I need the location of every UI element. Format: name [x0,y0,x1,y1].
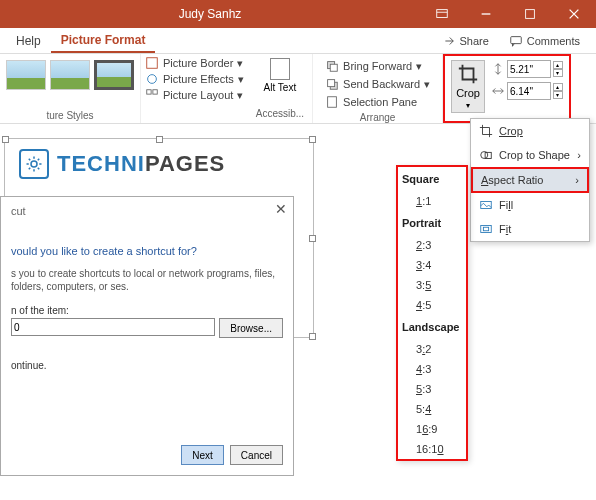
comments-button[interactable]: Comments [499,30,590,52]
menu-crop-to-shape[interactable]: Crop to Shape› [471,143,589,167]
svg-rect-3 [147,58,158,69]
chevron-right-icon: › [577,149,581,161]
chevron-down-icon: ▾ [466,101,470,110]
document-title: Judy Sanhz [0,7,420,21]
svg-rect-0 [437,10,448,18]
ratio-2-3[interactable]: 2:3 [398,235,466,255]
height-down[interactable]: ▾ [553,69,563,77]
ratio-16-10[interactable]: 16:10 [398,439,466,459]
ratio-3-5[interactable]: 3:5 [398,275,466,295]
height-input[interactable] [507,60,551,78]
cancel-button[interactable]: Cancel [230,445,283,465]
width-input[interactable] [507,82,551,100]
gear-icon [19,149,49,179]
title-bar: Judy Sanhz [0,0,596,28]
location-label: n of the item: [11,305,283,316]
width-icon [491,84,505,98]
crop-size-group: Crop ▾ ▴▾ ▴▾ [443,54,571,123]
svg-rect-16 [481,226,492,233]
picture-effects-button[interactable]: Picture Effects ▾ [145,72,244,86]
svg-rect-11 [328,97,337,108]
resize-handle[interactable] [309,136,316,143]
svg-rect-5 [147,90,151,94]
fill-icon [479,198,493,212]
menu-aspect-ratio[interactable]: Aspect Ratio› [471,167,589,193]
dialog-question: vould you like to create a shortcut for? [11,245,283,257]
style-preset-3[interactable] [94,60,134,90]
menu-bar: Help Picture Format Share Comments [0,28,596,54]
group-label-styles: ture Styles [6,110,134,121]
location-input[interactable] [11,318,215,336]
menu-fit[interactable]: Fit [471,217,589,241]
ratio-3-4[interactable]: 3:4 [398,255,466,275]
picture-border-button[interactable]: Picture Border ▾ [145,56,244,70]
dialog-description: s you to create shortcuts to local or ne… [11,267,283,293]
maximize-button[interactable] [508,0,552,28]
aspect-ratio-submenu: Square 1:1 Portrait 2:3 3:4 3:5 4:5 Land… [396,165,468,461]
next-button[interactable]: Next [181,445,224,465]
browse-button[interactable]: Browse... [219,318,283,338]
aspect-header-square: Square [398,167,466,191]
create-shortcut-dialog: ✕ cut vould you like to create a shortcu… [0,196,294,476]
svg-rect-15 [481,202,492,209]
send-backward-button[interactable]: Send Backward ▾ [321,76,434,92]
alt-text-icon [270,58,290,80]
ratio-1-1[interactable]: 1:1 [398,191,466,211]
resize-handle[interactable] [309,235,316,242]
bring-forward-button[interactable]: Bring Forward ▾ [321,58,434,74]
picture-styles-group: ture Styles [0,54,141,123]
close-button[interactable] [552,0,596,28]
technipages-logo: TECHNIPAGES [19,149,225,179]
svg-rect-10 [328,80,335,87]
svg-rect-8 [330,64,337,71]
svg-rect-17 [483,227,488,231]
fit-icon [479,222,493,236]
tab-picture-format[interactable]: Picture Format [51,29,156,53]
selection-pane-button[interactable]: Selection Pane [321,94,434,110]
resize-handle[interactable] [309,333,316,340]
width-up[interactable]: ▴ [553,83,563,91]
aspect-header-landscape: Landscape [398,315,466,339]
dialog-close-button[interactable]: ✕ [275,201,287,217]
ribbon-options-button[interactable] [420,0,464,28]
menu-fill[interactable]: Fill [471,193,589,217]
crop-dropdown-menu: Crop Crop to Shape› Aspect Ratio› Fill F… [470,118,590,242]
ratio-4-3[interactable]: 4:3 [398,359,466,379]
alt-text-button[interactable]: Alt Text [264,82,297,93]
minimize-button[interactable] [464,0,508,28]
resize-handle[interactable] [2,136,9,143]
menu-crop[interactable]: Crop [471,119,589,143]
picture-options: Picture Border ▾ Picture Effects ▾ Pictu… [141,54,248,123]
resize-handle[interactable] [156,136,163,143]
ratio-3-2[interactable]: 3:2 [398,339,466,359]
crop-icon [457,63,479,85]
height-icon [491,62,505,76]
arrange-group: Bring Forward ▾ Send Backward ▾ Selectio… [313,54,443,123]
alt-text-group: Alt Text Accessib... [248,54,313,123]
ratio-16-9[interactable]: 16:9 [398,419,466,439]
ratio-5-3[interactable]: 5:3 [398,379,466,399]
width-down[interactable]: ▾ [553,91,563,99]
crop-icon [479,124,493,138]
ratio-4-5[interactable]: 4:5 [398,295,466,315]
svg-point-4 [148,75,157,84]
ribbon: ture Styles Picture Border ▾ Picture Eff… [0,54,596,124]
style-preset-1[interactable] [6,60,46,90]
ratio-5-4[interactable]: 5:4 [398,399,466,419]
svg-point-12 [31,161,37,167]
continue-text: ontinue. [11,360,283,371]
crop-button[interactable]: Crop ▾ [451,60,485,113]
height-up[interactable]: ▴ [553,61,563,69]
dialog-fragment: cut [11,205,283,217]
svg-rect-2 [511,36,522,43]
chevron-right-icon: › [575,174,579,186]
share-button[interactable]: Share [431,30,498,52]
aspect-header-portrait: Portrait [398,211,466,235]
style-preset-2[interactable] [50,60,90,90]
svg-rect-6 [153,90,157,94]
picture-layout-button[interactable]: Picture Layout ▾ [145,88,244,102]
svg-rect-1 [526,10,535,19]
tab-help[interactable]: Help [6,30,51,52]
shape-icon [479,148,493,162]
